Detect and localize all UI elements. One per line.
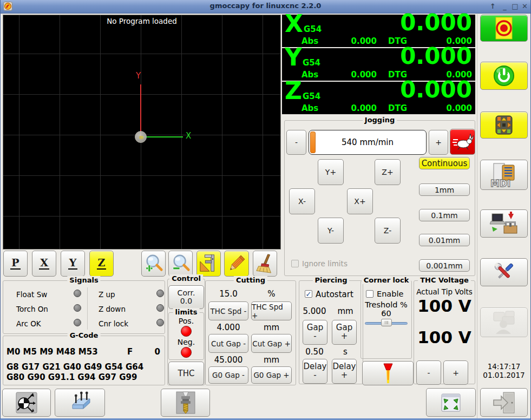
tool-measure-button[interactable] (161, 389, 210, 417)
exit-button[interactable] (480, 388, 528, 417)
dro-axis-y[interactable]: YG54 0.000 Abs 0.000 DTG 0.000 (282, 48, 475, 81)
voltage-plus-button[interactable]: + (443, 360, 468, 385)
pierce-delay-plus-button[interactable]: Delay+ (332, 359, 357, 384)
window-close-button[interactable]: ✕ (520, 1, 530, 11)
emergency-stop-icon (492, 17, 516, 40)
fullscreen-button[interactable] (426, 388, 476, 417)
corner-lock-enable-label: Enable (377, 290, 403, 298)
estop-button[interactable] (480, 15, 528, 42)
mdi-mode-button[interactable]: MDI (480, 160, 528, 190)
pierce-gap-minus-button[interactable]: Gap- (303, 320, 327, 345)
jog-y-minus-button[interactable]: Y- (318, 218, 344, 244)
settings-button[interactable] (480, 258, 528, 286)
user-panel-icon (489, 310, 519, 335)
probe-plate-icon (68, 391, 92, 415)
window-minimize-button[interactable]: _ (500, 1, 510, 11)
height-correction-button[interactable]: Corr.0.0 (168, 285, 204, 309)
voltage-minus-button[interactable]: - (416, 360, 441, 385)
threshold-slider-handle[interactable] (381, 319, 392, 326)
neg-limit-label: Neg. (169, 338, 204, 346)
machine-on-button[interactable] (480, 62, 528, 90)
thc-voltage-title: THC Voltage (418, 276, 471, 284)
jog-increment-0-1mm[interactable]: 0.1mm (419, 209, 470, 221)
jog-x-plus-button[interactable]: X+ (347, 188, 373, 214)
g0-gap-plus-button[interactable]: G0 Gap + (251, 366, 292, 384)
autostart-checkbox[interactable]: ✓ (305, 290, 312, 298)
zero-coordinates-icon (15, 391, 38, 414)
control-title: Control (169, 274, 203, 283)
jog-x-minus-button[interactable]: X- (289, 188, 315, 214)
cut-gap-minus-button[interactable]: Cut Gap - (208, 334, 248, 353)
zoom-out-button[interactable] (168, 251, 193, 277)
abs-value: 0.000 (331, 70, 377, 80)
coord-system: G54 (303, 25, 322, 36)
view-z-button[interactable]: Z (89, 251, 114, 277)
corner-lock-title: Corner lock (362, 276, 411, 284)
g0-gap-minus-button[interactable]: G0 Gap - (208, 366, 248, 384)
clock-date: 01.01.2017 (480, 371, 528, 379)
cut-gap-unit: mm (251, 323, 292, 332)
dimensions-button[interactable] (196, 251, 221, 277)
zoom-out-icon (171, 253, 191, 274)
corner-lock-enable-checkbox[interactable] (366, 290, 373, 298)
jog-y-plus-button[interactable]: Y+ (318, 159, 344, 185)
jog-speed-value: 540 mm/min (342, 137, 394, 147)
jog-increment-0-01mm[interactable]: 0.01mm (419, 234, 470, 246)
coord-system: G54 (302, 93, 320, 103)
coord-system: G54 (302, 59, 320, 69)
jog-speed-slider-handle[interactable] (310, 132, 316, 153)
signal-torch-on-led (74, 304, 81, 312)
pierce-delay-minus-button[interactable]: Delay- (303, 359, 327, 384)
draw-dimensions-button[interactable] (224, 251, 249, 277)
x-axis-label: X (186, 131, 191, 141)
signal-float-sw-label: Float Sw (16, 290, 47, 299)
view-x-button[interactable]: X (32, 251, 56, 277)
window-shade-button[interactable]: ↑ (488, 1, 498, 11)
tools-icon (491, 260, 516, 285)
jog-speed-slider[interactable]: 540 mm/min (309, 130, 427, 155)
jog-increment-continuous[interactable]: Continuous (419, 157, 470, 169)
abs-value: 0.000 (331, 103, 377, 113)
axis-letter: X (285, 12, 303, 36)
signal-z-down-label: Z down (99, 305, 126, 313)
touch-off-button[interactable] (2, 389, 51, 417)
turbo-jog-button[interactable] (450, 129, 475, 155)
touch-plate-button[interactable] (55, 389, 105, 417)
pos-limit-led (181, 326, 192, 337)
cut-gap-plus-button[interactable]: Cut Gap + (251, 334, 292, 353)
pierce-gap-value: 5.000 (301, 306, 327, 316)
thc-speed-plus-button[interactable]: THC Spd + (251, 301, 292, 320)
ignore-limits-checkbox[interactable] (291, 260, 299, 267)
clear-preview-button[interactable] (253, 251, 277, 277)
zoom-in-icon (143, 253, 164, 274)
jog-increment-1mm[interactable]: 1mm (419, 183, 470, 196)
view-y-button[interactable]: Y (61, 251, 85, 277)
dro-axis-x[interactable]: XG54 0.000 Abs 0.000 DTG 0.000 (282, 15, 475, 47)
jog-speed-plus-button[interactable]: + (429, 130, 448, 155)
jog-z-plus-button[interactable]: Z+ (375, 159, 401, 185)
axis-position: 0.000 (400, 11, 472, 34)
window-maximize-button[interactable]: □ (510, 1, 520, 11)
torch-icon (379, 363, 397, 384)
power-icon (493, 64, 515, 87)
autostart-label: Autostart (316, 290, 353, 299)
preview-message: No Program loaded (3, 17, 280, 25)
setup-mode-button[interactable] (480, 209, 528, 238)
show-jog-pad-button[interactable] (480, 111, 528, 139)
jog-z-minus-button[interactable]: Z- (375, 218, 401, 244)
user-tabs-button[interactable] (480, 307, 528, 337)
jog-increment-0-001mm[interactable]: 0.001mm (419, 259, 470, 272)
jog-speed-minus-button[interactable]: - (286, 130, 306, 155)
thc-speed-minus-button[interactable]: THC Spd - (208, 301, 248, 320)
sidebar-divider (477, 14, 477, 419)
view-p-button[interactable]: P (3, 251, 28, 277)
thc-enable-button[interactable]: THC (168, 362, 204, 385)
zoom-in-button[interactable] (141, 251, 166, 277)
torch-button[interactable] (362, 361, 414, 385)
limits-title: limits (173, 308, 200, 316)
pierce-gap-plus-button[interactable]: Gap+ (332, 320, 357, 345)
dro-axis-z[interactable]: ZG54 0.000 Abs 0.000 DTG 0.000 (282, 82, 475, 114)
threshold-slider[interactable] (365, 320, 408, 327)
abs-value: 0.000 (331, 36, 377, 46)
gremlin-preview[interactable]: No Program loaded Y X (3, 15, 281, 250)
